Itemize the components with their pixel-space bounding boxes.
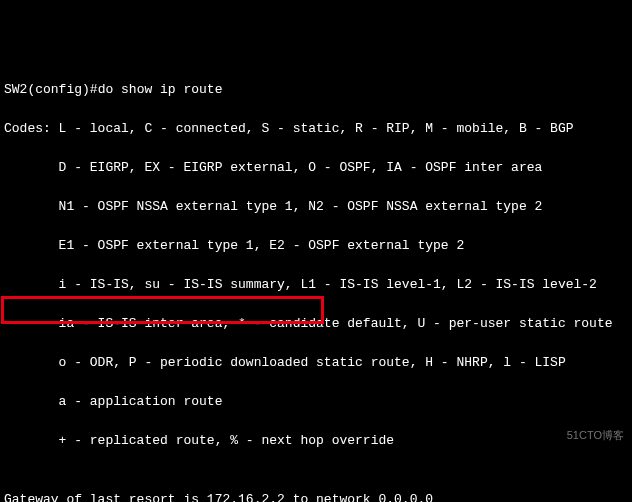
- command-text: do show ip route: [98, 82, 223, 97]
- codes-line: o - ODR, P - periodic downloaded static …: [4, 353, 628, 373]
- prompt-line: SW2(config)#do show ip route: [4, 80, 628, 100]
- codes-line: D - EIGRP, EX - EIGRP external, O - OSPF…: [4, 158, 628, 178]
- codes-line: i - IS-IS, su - IS-IS summary, L1 - IS-I…: [4, 275, 628, 295]
- config-prompt: SW2(config)#: [4, 82, 98, 97]
- codes-line: E1 - OSPF external type 1, E2 - OSPF ext…: [4, 236, 628, 256]
- codes-header: Codes: L - local, C - connected, S - sta…: [4, 119, 628, 139]
- codes-line: N1 - OSPF NSSA external type 1, N2 - OSP…: [4, 197, 628, 217]
- watermark-text: 51CTO博客: [567, 427, 624, 444]
- codes-line: + - replicated route, % - next hop overr…: [4, 431, 628, 451]
- codes-line: ia - IS-IS inter area, * - candidate def…: [4, 314, 628, 334]
- gateway-line: Gateway of last resort is 172.16.2.2 to …: [4, 490, 628, 503]
- codes-line: a - application route: [4, 392, 628, 412]
